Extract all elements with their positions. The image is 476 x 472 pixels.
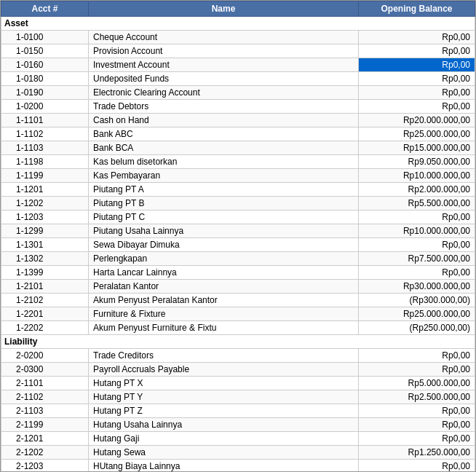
acct-number: 1-1101 [1, 114, 89, 127]
acct-number: 1-1399 [1, 266, 89, 280]
acct-name: Piutang PT B [89, 197, 359, 211]
acct-name: Hutang PT X [89, 377, 359, 390]
acct-number: 1-0190 [1, 86, 89, 100]
table-row[interactable]: 2-1102Hutang PT YRp2.500.000,00 [1, 390, 475, 404]
acct-balance: Rp2.000.000,00 [359, 183, 475, 197]
table-row[interactable]: 1-1201Piutang PT ARp2.000.000,00 [1, 183, 475, 197]
acct-name: Trade Creditors [89, 349, 359, 363]
acct-balance: Rp0,00 [359, 238, 475, 252]
table-row[interactable]: 1-0100Cheque AccountRp0,00 [1, 31, 475, 44]
acct-balance: Rp7.500.000,00 [359, 252, 475, 266]
table-row[interactable]: 1-1301Sewa Dibayar DimukaRp0,00 [1, 238, 475, 252]
acct-name: Undeposited Funds [89, 72, 359, 86]
acct-number: 1-0100 [1, 31, 89, 44]
acct-number: 1-1199 [1, 169, 89, 183]
acct-number: 1-1203 [1, 211, 89, 224]
table-row[interactable]: 1-1302PerlengkapanRp7.500.000,00 [1, 252, 475, 266]
table-row[interactable]: 1-2102Akum Penyust Peralatan Kantor(Rp30… [1, 294, 475, 307]
acct-number: 1-2101 [1, 280, 89, 294]
acct-number: 2-1199 [1, 418, 89, 432]
section-label: Liability [1, 335, 475, 349]
table-row[interactable]: 1-0190Electronic Clearing AccountRp0,00 [1, 86, 475, 100]
table-row[interactable]: 2-1203HUtang Biaya LainnyaRp0,00 [1, 460, 475, 473]
account-table: Acct # Name Opening Balance Asset1-0100C… [1, 1, 475, 472]
acct-name: Bank BCA [89, 141, 359, 155]
acct-name: Piutang PT A [89, 183, 359, 197]
acct-number: 2-0200 [1, 349, 89, 363]
table-row[interactable]: 1-1102Bank ABCRp25.000.000,00 [1, 127, 475, 141]
acct-name: Hutang PT Y [89, 390, 359, 404]
acct-balance: Rp0,00 [359, 86, 475, 100]
table-row[interactable]: 1-1198Kas belum disetorkanRp9.050.000,00 [1, 155, 475, 169]
acct-number: 1-2201 [1, 307, 89, 321]
table-row[interactable]: 1-1202Piutang PT BRp5.500.000,00 [1, 197, 475, 211]
table-row[interactable]: 2-1201Hutang GajiRp0,00 [1, 432, 475, 446]
table-row[interactable]: 1-1103Bank BCARp15.000.000,00 [1, 141, 475, 155]
acct-number: 2-1103 [1, 404, 89, 418]
col-balance-header: Opening Balance [359, 1, 475, 17]
table-row[interactable]: 2-1202Hutang SewaRp1.250.000,00 [1, 446, 475, 460]
table-row[interactable]: 1-0150Provision AccountRp0,00 [1, 44, 475, 58]
acct-balance: Rp5.500.000,00 [359, 197, 475, 211]
acct-name: Hutang Sewa [89, 446, 359, 460]
acct-name: Hutang Usaha Lainnya [89, 418, 359, 432]
acct-number: 2-0300 [1, 363, 89, 377]
acct-balance: Rp0,00 [359, 349, 475, 363]
table-row[interactable]: 1-2201Furniture & FixtureRp25.000.000,00 [1, 307, 475, 321]
table-row[interactable]: 1-1101Cash on HandRp20.000.000,00 [1, 114, 475, 127]
acct-balance: Rp30.000.000,00 [359, 280, 475, 294]
table-row[interactable]: 1-2202Akum Penyust Furniture & Fixtu(Rp2… [1, 321, 475, 335]
acct-number: 2-1102 [1, 390, 89, 404]
acct-balance: Rp0,00 [359, 418, 475, 432]
acct-name: Akum Penyust Furniture & Fixtu [89, 321, 359, 335]
table-row[interactable]: 1-0180Undeposited FundsRp0,00 [1, 72, 475, 86]
table-row[interactable]: 2-0200Trade CreditorsRp0,00 [1, 349, 475, 363]
table-row[interactable]: 1-1199Kas PembayaranRp10.000.000,00 [1, 169, 475, 183]
acct-name: Cash on Hand [89, 114, 359, 127]
acct-name: Hutang Gaji [89, 432, 359, 446]
acct-balance: Rp0,00 [359, 404, 475, 418]
table-row[interactable]: 1-1203Piutang PT CRp0,00 [1, 211, 475, 224]
acct-number: 2-1201 [1, 432, 89, 446]
table-row[interactable]: 1-2101Peralatan KantorRp30.000.000,00 [1, 280, 475, 294]
acct-name: Harta Lancar Lainnya [89, 266, 359, 280]
col-acct-header: Acct # [1, 1, 89, 17]
acct-name: HUtang Biaya Lainnya [89, 460, 359, 473]
acct-balance: Rp0,00 [359, 363, 475, 377]
table-row[interactable]: 1-1299Piutang Usaha LainnyaRp10.000.000,… [1, 224, 475, 238]
acct-name: Hutang PT Z [89, 404, 359, 418]
acct-balance: Rp0,00 [359, 432, 475, 446]
acct-number: 1-1102 [1, 127, 89, 141]
account-table-container[interactable]: Acct # Name Opening Balance Asset1-0100C… [0, 0, 476, 472]
acct-name: Piutang Usaha Lainnya [89, 224, 359, 238]
table-row[interactable]: 2-1103Hutang PT ZRp0,00 [1, 404, 475, 418]
acct-number: 1-1302 [1, 252, 89, 266]
acct-balance: Rp0,00 [359, 211, 475, 224]
acct-balance: Rp25.000.000,00 [359, 127, 475, 141]
table-row[interactable]: 2-1199Hutang Usaha LainnyaRp0,00 [1, 418, 475, 432]
table-row[interactable]: 2-1101Hutang PT XRp5.000.000,00 [1, 377, 475, 390]
acct-balance: Rp0,00 [359, 460, 475, 473]
acct-balance: Rp0,00 [359, 72, 475, 86]
acct-number: 1-1299 [1, 224, 89, 238]
acct-name: Akum Penyust Peralatan Kantor [89, 294, 359, 307]
acct-name: Bank ABC [89, 127, 359, 141]
acct-number: 1-0200 [1, 100, 89, 114]
acct-balance: Rp9.050.000,00 [359, 155, 475, 169]
table-row[interactable]: 2-0300Payroll Accruals PayableRp0,00 [1, 363, 475, 377]
acct-number: 1-1202 [1, 197, 89, 211]
section-label: Asset [1, 17, 475, 31]
acct-balance: (Rp300.000,00) [359, 294, 475, 307]
acct-balance: Rp10.000.000,00 [359, 169, 475, 183]
acct-name: Trade Debtors [89, 100, 359, 114]
col-name-header: Name [89, 1, 359, 17]
acct-balance: Rp10.000.000,00 [359, 224, 475, 238]
table-row[interactable]: 1-0200Trade DebtorsRp0,00 [1, 100, 475, 114]
acct-number: 1-0160 [1, 58, 89, 72]
table-body: Asset1-0100Cheque AccountRp0,001-0150Pro… [1, 17, 475, 473]
acct-balance: (Rp250.000,00) [359, 321, 475, 335]
acct-balance: Rp1.250.000,00 [359, 446, 475, 460]
acct-number: 1-1201 [1, 183, 89, 197]
table-row[interactable]: 1-1399Harta Lancar LainnyaRp0,00 [1, 266, 475, 280]
table-row[interactable]: 1-0160Investment AccountRp0,00 [1, 58, 475, 72]
